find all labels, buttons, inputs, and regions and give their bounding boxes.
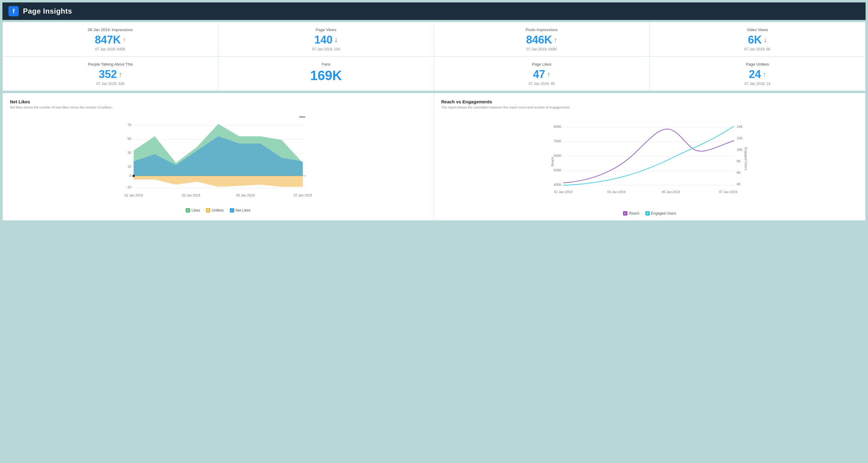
legend-engaged-users-box: ✓ — [645, 211, 650, 215]
svg-text:50: 50 — [127, 137, 131, 141]
stat-prev-video-views: 07 Jan 2019: 6K — [657, 47, 858, 51]
arrow-up-impressions: ↑ — [123, 36, 126, 43]
zero-dot — [132, 175, 135, 177]
arrow-down-page-views: ↓ — [334, 36, 338, 43]
legend-net-likes-box: ✓ — [230, 208, 234, 212]
stat-value-row-video-views: 6K ↓ — [657, 34, 858, 45]
stats-section: 08 Jan 2019: Impressions 847K ↑ 07 Jan 2… — [2, 22, 866, 91]
svg-text:70: 70 — [127, 123, 131, 127]
header: f Page Insights — [2, 2, 866, 20]
charts-section: Net Likes Net likes shows the number of … — [2, 93, 866, 221]
chart-net-likes-legend: ✓ Likes ✓ Unlikes ✓ Net Likes — [10, 208, 427, 212]
stat-prev-impressions: 07 Jan 2019: 645K — [10, 47, 211, 51]
stat-label-page-likes: Page Likes — [441, 62, 642, 66]
arrow-down-video-views: ↓ — [764, 36, 767, 43]
stat-value-row-impressions: 847K ↑ — [10, 34, 211, 45]
legend-unlikes-label: Unlikes — [212, 208, 223, 212]
stat-value-page-unlikes: 24 — [749, 69, 761, 80]
legend-engaged-users: ✓ Engaged Users — [645, 211, 676, 215]
chart-reach-panel: Reach vs Engagements The report shows th… — [434, 93, 865, 220]
stat-fans: Fans 169K — [218, 57, 434, 91]
net-likes-svg: 70 50 30 10 0 -10 — [10, 113, 427, 204]
svg-text:05 Jan 2019: 05 Jan 2019 — [662, 190, 680, 194]
svg-text:03 Jan 2019: 03 Jan 2019 — [607, 190, 626, 194]
stat-prev-talking: 07 Jan 2019: 336 — [10, 82, 211, 86]
svg-text:-10: -10 — [127, 185, 131, 189]
stat-value-talking: 352 — [99, 69, 117, 80]
legend-engaged-users-label: Engaged Users — [651, 211, 676, 215]
legend-reach: ✓ Reach — [623, 211, 639, 215]
stat-label-talking: People Talking About This — [10, 62, 211, 66]
stat-prev-page-views: 07 Jan 2019: 154 — [226, 47, 427, 51]
chart-reach-title: Reach vs Engagements — [441, 99, 858, 104]
legend-unlikes: ✓ Unlikes — [206, 208, 223, 212]
svg-text:05 Jan 2019: 05 Jan 2019 — [236, 194, 255, 197]
legend-reach-label: Reach — [629, 211, 639, 215]
stat-label-fans: Fans — [226, 62, 427, 66]
stat-prev-posts-impressions: 07 Jan 2019: 645K — [441, 47, 642, 51]
legend-likes-label: Likes — [191, 208, 200, 212]
facebook-icon: f — [8, 6, 19, 16]
stat-value-row-talking: 352 ↑ — [10, 69, 211, 80]
stat-talking: People Talking About This 352 ↑ 07 Jan 2… — [3, 57, 218, 91]
legend-net-likes: ✓ Net Likes — [230, 208, 251, 212]
chart-reach-subtitle: The report shows the correlation between… — [441, 106, 858, 109]
stat-value-row-page-likes: 47 ↑ — [441, 69, 642, 80]
reach-line — [563, 129, 734, 183]
stat-value-page-likes: 47 — [533, 69, 545, 80]
svg-text:8K: 8K — [737, 159, 741, 163]
chart-reach-legend: ✓ Reach ✓ Engaged Users — [441, 211, 858, 215]
stat-prev-page-likes: 07 Jan 2019: 46 — [441, 82, 642, 86]
svg-text:07 Jan 2019: 07 Jan 2019 — [719, 190, 738, 194]
stat-page-views: Page Views 140 ↓ 07 Jan 2019: 154 — [218, 22, 434, 56]
svg-text:600K: 600K — [554, 154, 561, 157]
svg-text:400K: 400K — [554, 183, 561, 186]
stat-video-views: Video Views 6K ↓ 07 Jan 2019: 6K — [650, 22, 865, 56]
unlikes-area — [134, 176, 303, 187]
legend-reach-box: ✓ — [623, 211, 627, 215]
svg-text:500K: 500K — [554, 168, 561, 172]
svg-text:30: 30 — [127, 151, 131, 154]
stat-prev-page-unlikes: 07 Jan 2019: 14 — [657, 82, 858, 86]
svg-text:12K: 12K — [737, 136, 743, 140]
stat-label-page-unlikes: Page Unlikes — [657, 62, 858, 66]
stat-value-video-views: 6K — [748, 34, 762, 45]
svg-text:Reach: Reach — [551, 157, 554, 167]
svg-text:10K: 10K — [737, 148, 743, 151]
svg-text:4K: 4K — [737, 182, 741, 186]
chart-net-likes-title: Net Likes — [10, 99, 427, 104]
stat-value-page-views: 140 — [314, 34, 333, 45]
chart-net-likes-panel: Net Likes Net likes shows the number of … — [3, 93, 434, 220]
stat-value-impressions: 847K — [95, 34, 121, 45]
engaged-users-line — [563, 126, 734, 185]
stats-row-2: People Talking About This 352 ↑ 07 Jan 2… — [3, 57, 865, 91]
stat-value-fans: 169K — [310, 69, 342, 82]
svg-text:6K: 6K — [737, 171, 741, 174]
arrow-up-talking: ↑ — [119, 71, 122, 78]
svg-text:Engaged Users: Engaged Users — [744, 147, 748, 170]
reach-svg: 800K 700K 600K 500K 400K Reach 14K 12K 1… — [441, 113, 858, 207]
legend-likes-box: ✓ — [186, 208, 190, 212]
svg-text:01 Jan 2019: 01 Jan 2019 — [124, 194, 143, 197]
stat-label-posts-impressions: Posts Impressions — [441, 28, 642, 32]
stat-impressions: 08 Jan 2019: Impressions 847K ↑ 07 Jan 2… — [3, 22, 218, 56]
chart-net-likes-subtitle: Net likes shows the number of new likes … — [10, 106, 427, 109]
arrow-up-posts-impressions: ↑ — [554, 36, 557, 43]
stat-value-row-posts-impressions: 846K ↑ — [441, 34, 642, 45]
stats-row-1: 08 Jan 2019: Impressions 847K ↑ 07 Jan 2… — [3, 22, 865, 57]
legend-likes: ✓ Likes — [186, 208, 200, 212]
svg-text:07 Jan 2019: 07 Jan 2019 — [293, 194, 312, 197]
svg-text:800K: 800K — [554, 125, 561, 128]
chart-reach-area: 800K 700K 600K 500K 400K Reach 14K 12K 1… — [441, 113, 858, 208]
app-wrapper: f Page Insights 08 Jan 2019: Impressions… — [0, 0, 868, 463]
svg-text:700K: 700K — [554, 139, 561, 143]
stat-label-page-views: Page Views — [226, 28, 427, 32]
stat-label-video-views: Video Views — [657, 28, 858, 32]
arrow-up-page-unlikes: ↑ — [763, 71, 766, 78]
stat-page-unlikes: Page Unlikes 24 ↑ 07 Jan 2019: 14 — [650, 57, 865, 91]
legend-net-likes-label: Net Likes — [236, 208, 251, 212]
svg-text:14K: 14K — [737, 125, 743, 128]
stat-value-row-page-unlikes: 24 ↑ — [657, 69, 858, 80]
legend-unlikes-box: ✓ — [206, 208, 210, 212]
arrow-up-page-likes: ↑ — [547, 71, 550, 78]
